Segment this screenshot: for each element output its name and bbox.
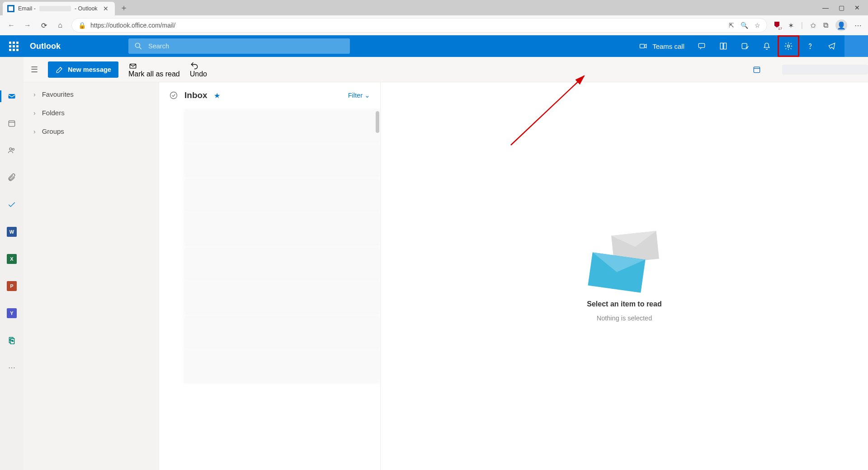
yammer-icon: Y [7,308,17,318]
calendar-peek-icon[interactable] [752,65,761,74]
nav-favourites[interactable]: › Favourites [24,85,159,103]
rail-people[interactable] [0,143,24,158]
browser-tab[interactable]: Email - - Outlook ✕ [3,2,115,15]
message-item[interactable] [184,177,380,212]
mark-all-read-button[interactable]: Mark all as read [128,61,180,78]
rail-powerpoint[interactable]: P [0,278,24,294]
more-menu-icon[interactable]: ⋯ [854,21,862,30]
message-list-pane: Inbox ★ Filter ⌄ [159,57,381,470]
collections-icon[interactable]: ⧉ [823,21,828,29]
url-text: https://outlook.office.com/mail/ [90,22,175,29]
reading-pane: Select an item to read Nothing is select… [381,57,868,470]
word-icon: W [7,227,17,237]
account-manager[interactable] [844,35,868,57]
close-window-icon[interactable]: ✕ [854,4,860,11]
undo-icon [190,61,199,70]
extension-blocker-icon[interactable]: ⛊ [774,21,781,29]
svg-rect-4 [720,43,723,49]
svg-point-16 [12,148,14,150]
svg-point-15 [9,148,12,150]
message-item[interactable] [184,349,380,383]
new-tab-button[interactable]: ＋ [118,1,130,14]
command-bar-right [752,65,772,74]
new-message-button[interactable]: New message [48,61,118,78]
select-all-icon[interactable] [169,91,178,100]
back-icon[interactable]: ← [6,20,16,30]
powerpoint-icon: P [7,281,17,291]
search-icon [134,42,143,51]
svg-rect-13 [9,121,14,127]
nav-favourites-label: Favourites [42,90,74,98]
favorite-star-icon[interactable]: ☆ [755,22,760,29]
scrollbar-thumb[interactable] [376,111,379,133]
nav-groups[interactable]: › Groups [24,122,159,141]
mail-icon [7,92,16,101]
my-day-icon[interactable] [734,35,756,57]
teams-call-label: Teams call [652,42,684,50]
rail-yammer[interactable]: Y [0,306,24,321]
browser-chrome: Email - - Outlook ✕ ＋ — ▢ ✕ ← → ⟳ ⌂ 🔒 ht… [0,0,868,35]
video-icon [639,42,648,51]
empty-state-title: Select an item to read [587,300,661,308]
message-item[interactable] [184,246,380,280]
notifications-icon[interactable] [756,35,778,57]
teams-call-button[interactable]: Teams call [632,42,691,51]
favorites-list-icon[interactable]: ✩ [810,21,816,30]
zoom-icon[interactable]: 🔍 [741,22,748,29]
folder-pane: › Favourites › Folders › Groups [24,57,159,470]
address-bar[interactable]: 🔒 https://outlook.office.com/mail/ ⇱ 🔍 ☆ [71,18,767,33]
extensions-icon[interactable]: ✶ [788,21,794,30]
rail-excel[interactable]: X [0,251,24,267]
search-box[interactable] [128,38,350,54]
feedback-icon[interactable] [821,35,843,57]
rail-word[interactable]: W [0,224,24,240]
refresh-icon[interactable]: ⟳ [39,20,49,30]
message-list[interactable] [159,108,380,470]
message-item[interactable] [184,108,380,143]
undo-button[interactable]: Undo [190,61,207,78]
rail-todo[interactable] [0,197,24,212]
home-icon[interactable]: ⌂ [55,20,65,30]
app-launcher-icon[interactable] [7,40,20,52]
message-list-header: Inbox ★ Filter ⌄ [159,82,380,108]
hamburger-icon[interactable]: ☰ [31,65,38,75]
meet-now-icon[interactable] [712,35,734,57]
attachment-icon [7,173,16,182]
favorite-folder-icon[interactable]: ★ [214,91,220,100]
rail-more[interactable]: ⋯ [0,360,24,375]
command-bar: ☰ New message Mark all as read Undo [24,57,868,82]
chat-icon[interactable] [691,35,712,57]
svg-rect-3 [698,43,704,47]
calendar-icon [7,119,16,128]
help-icon[interactable] [799,35,821,57]
message-item[interactable] [184,143,380,177]
rail-files[interactable] [0,170,24,185]
svg-rect-5 [724,43,726,49]
message-item[interactable] [184,212,380,246]
excel-icon: X [7,254,17,264]
rail-bookings[interactable]: ⎘ [0,333,24,348]
message-item[interactable] [184,280,380,315]
open-external-icon[interactable]: ⇱ [729,22,734,29]
chevron-right-icon: › [33,91,36,98]
maximize-icon[interactable]: ▢ [839,4,844,11]
outlook-logo[interactable]: Outlook [30,42,61,51]
close-tab-icon[interactable]: ✕ [101,5,110,12]
svg-rect-12 [9,94,15,99]
rail-calendar[interactable] [0,116,24,131]
forward-icon[interactable]: → [23,20,33,30]
redacted-account-name [39,6,71,11]
svg-point-8 [810,48,810,48]
envelope-open-icon [128,61,137,70]
settings-button[interactable] [778,35,799,57]
rail-mail[interactable] [0,89,24,104]
chevron-right-icon: › [33,128,36,135]
search-input[interactable] [148,42,344,50]
outlook-app-bar: Outlook Teams call [0,35,868,57]
message-item[interactable] [184,315,380,349]
profile-avatar-icon[interactable]: 👤 [835,19,847,31]
svg-point-17 [170,92,177,99]
filter-button[interactable]: Filter ⌄ [348,92,370,99]
nav-folders[interactable]: › Folders [24,103,159,122]
minimize-icon[interactable]: — [822,4,829,11]
